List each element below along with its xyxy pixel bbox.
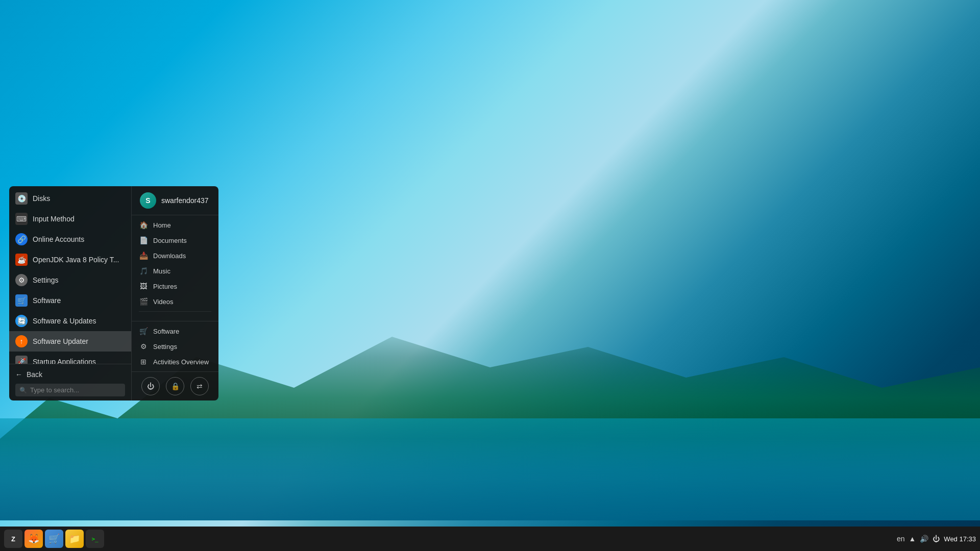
input-method-icon: ⌨ — [15, 213, 28, 225]
software-updater-label: Software Updater — [33, 337, 88, 345]
home-label: Home — [153, 221, 171, 229]
action-item-settings-action[interactable]: ⚙Settings — [132, 339, 218, 354]
taskbar-right: en ▲ 🔊 ⏻ Wed 17:33 — [897, 535, 976, 543]
music-icon: 🎵 — [139, 267, 148, 275]
openjdk-icon: ☕ — [15, 254, 28, 266]
app-item-openjdk[interactable]: ☕OpenJDK Java 8 Policy T... — [9, 249, 131, 270]
place-item-home[interactable]: 🏠Home — [132, 217, 218, 233]
online-accounts-icon: 🔗 — [15, 233, 28, 245]
pictures-label: Pictures — [153, 283, 177, 290]
search-box: 🔍 — [15, 384, 125, 396]
app-item-software-updater[interactable]: ↑Software Updater — [9, 331, 131, 352]
app-item-software[interactable]: 🛒Software — [9, 290, 131, 311]
wifi-icon[interactable]: ▲ — [909, 535, 916, 543]
shutdown-button[interactable]: ⏻ — [141, 377, 160, 395]
openjdk-label: OpenJDK Java 8 Policy T... — [33, 256, 119, 264]
power-icon[interactable]: ⏻ — [933, 535, 940, 543]
avatar: S — [140, 192, 156, 209]
settings-action-icon: ⚙ — [139, 342, 148, 350]
back-arrow-icon: ← — [15, 370, 22, 379]
software-updates-label: Software & Updates — [33, 317, 96, 325]
downloads-label: Downloads — [153, 252, 186, 260]
switchuser-button[interactable]: ⇄ — [190, 377, 209, 395]
software-action-label: Software — [153, 328, 179, 335]
place-item-downloads[interactable]: 📥Downloads — [132, 248, 218, 263]
action-item-software-action[interactable]: 🛒Software — [132, 323, 218, 339]
user-section: S swarfendor437 — [132, 186, 218, 215]
startup-applications-icon: 🚀 — [15, 356, 28, 364]
app-item-software-updates[interactable]: 🔄Software & Updates — [9, 311, 131, 331]
app-item-input-method[interactable]: ⌨Input Method — [9, 209, 131, 229]
zorin-icon[interactable]: Z — [4, 530, 22, 548]
action-item-activities-overview[interactable]: ⊞Activities Overview — [132, 354, 218, 369]
downloads-icon: 📥 — [139, 252, 148, 260]
videos-icon: 🎬 — [139, 297, 148, 306]
right-panel: S swarfendor437 🏠Home📄Documents📥Download… — [132, 186, 218, 400]
place-item-videos[interactable]: 🎬Videos — [132, 294, 218, 309]
username: swarfendor437 — [161, 196, 209, 205]
pictures-icon: 🖼 — [139, 282, 148, 290]
search-icon: 🔍 — [19, 387, 27, 394]
terminal-icon[interactable]: >_ — [86, 530, 104, 548]
back-search-area: ← Back 🔍 — [9, 364, 131, 400]
app-item-startup-applications[interactable]: 🚀Startup Applications — [9, 352, 131, 364]
places-divider — [139, 311, 211, 312]
activities-overview-label: Activities Overview — [153, 358, 209, 366]
power-buttons: ⏻🔒⇄ — [132, 371, 218, 400]
settings-label: Settings — [33, 276, 59, 284]
activities-overview-icon: ⊞ — [139, 358, 148, 366]
app-list: 💿Disks⌨Input Method🔗Online Accounts☕Open… — [9, 186, 131, 364]
lock-button[interactable]: 🔒 — [166, 377, 184, 395]
app-item-disks[interactable]: 💿Disks — [9, 188, 131, 209]
place-item-pictures[interactable]: 🖼Pictures — [132, 279, 218, 294]
documents-icon: 📄 — [139, 236, 148, 244]
settings-action-label: Settings — [153, 343, 177, 350]
software-label: Software — [33, 296, 61, 305]
volume-icon[interactable]: 🔊 — [920, 535, 928, 543]
startup-applications-label: Startup Applications — [33, 358, 96, 364]
software-updates-icon: 🔄 — [15, 315, 28, 327]
language-indicator[interactable]: en — [897, 535, 905, 543]
documents-label: Documents — [153, 237, 187, 244]
search-input[interactable] — [30, 386, 121, 394]
software-updater-icon: ↑ — [15, 335, 28, 347]
left-panel: 💿Disks⌨Input Method🔗Online Accounts☕Open… — [9, 186, 132, 400]
place-item-music[interactable]: 🎵Music — [132, 263, 218, 279]
clock[interactable]: Wed 17:33 — [944, 535, 976, 543]
online-accounts-label: Online Accounts — [33, 235, 84, 243]
taskbar: Z🦊🛒📁>_ en ▲ 🔊 ⏻ Wed 17:33 — [0, 527, 980, 551]
software-action-icon: 🛒 — [139, 327, 148, 335]
files-icon[interactable]: 📁 — [65, 530, 84, 548]
app-item-online-accounts[interactable]: 🔗Online Accounts — [9, 229, 131, 249]
home-icon: 🏠 — [139, 221, 148, 229]
firefox-icon[interactable]: 🦊 — [24, 530, 43, 548]
taskbar-left: Z🦊🛒📁>_ — [4, 530, 104, 548]
music-label: Music — [153, 267, 170, 275]
disks-label: Disks — [33, 194, 50, 203]
disks-icon: 💿 — [15, 192, 28, 205]
settings-icon: ⚙ — [15, 274, 28, 286]
input-method-label: Input Method — [33, 215, 75, 223]
places-list: 🏠Home📄Documents📥Downloads🎵Music🖼Pictures… — [132, 215, 218, 321]
place-item-documents[interactable]: 📄Documents — [132, 233, 218, 248]
back-label: Back — [27, 370, 42, 379]
software-icon: 🛒 — [15, 294, 28, 307]
app-item-settings[interactable]: ⚙Settings — [9, 270, 131, 290]
back-button[interactable]: ← Back — [15, 368, 125, 381]
actions-list: 🛒Software⚙Settings⊞Activities Overview — [132, 321, 218, 371]
gnome-software-icon[interactable]: 🛒 — [45, 530, 63, 548]
videos-label: Videos — [153, 298, 174, 306]
app-menu: 💿Disks⌨Input Method🔗Online Accounts☕Open… — [9, 186, 218, 400]
